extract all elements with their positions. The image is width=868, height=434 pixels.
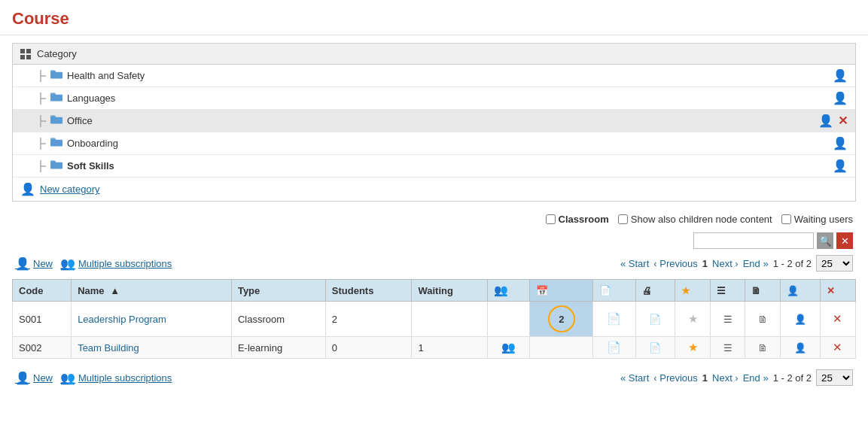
col-print: 🖨 bbox=[635, 280, 675, 302]
clear-search-button[interactable]: ✕ bbox=[836, 232, 853, 249]
cell-code-2: S002 bbox=[13, 337, 72, 359]
category-row-2[interactable]: Languages 👤 bbox=[13, 87, 855, 110]
classroom-filter[interactable]: Classroom bbox=[546, 214, 609, 225]
category-row-5[interactable]: Soft Skills 👤 bbox=[13, 155, 855, 178]
multiple-subscriptions-link-top[interactable]: 👥 Multiple subscriptions bbox=[60, 256, 172, 271]
cell-name-2[interactable]: Team Building bbox=[72, 337, 232, 359]
cell-assign-1[interactable]: 👤 bbox=[781, 302, 820, 337]
list-icon-1: ☰ bbox=[723, 314, 732, 325]
new-category-link[interactable]: New category bbox=[40, 184, 99, 195]
new-category-icon: 👤 bbox=[20, 182, 35, 196]
col-list: ☰ bbox=[711, 280, 745, 302]
page-num-bottom: 1 bbox=[702, 372, 708, 384]
col-enroll: 👥 bbox=[487, 280, 530, 302]
folder-icon-4 bbox=[50, 137, 62, 150]
cell-copy-2[interactable]: 🗎 bbox=[745, 337, 781, 359]
folder-icon bbox=[50, 69, 62, 82]
cell-enroll-2[interactable]: 👥 bbox=[487, 337, 530, 359]
cat-actions-5: 👤 bbox=[833, 159, 848, 173]
category-row-4[interactable]: Onboarding 👤 bbox=[13, 132, 855, 155]
group-icon-top: 👥 bbox=[60, 256, 75, 271]
delete-icon-1: ✕ bbox=[833, 312, 842, 325]
cell-print-1[interactable]: 📄 bbox=[635, 302, 675, 337]
cell-delete-2[interactable]: ✕ bbox=[820, 337, 855, 359]
category-name-1: Health and Safety bbox=[67, 70, 833, 81]
cell-assign-2[interactable]: 👤 bbox=[781, 337, 820, 359]
tree-indent-3 bbox=[35, 115, 46, 127]
prev-link-bottom[interactable]: ‹ Previous bbox=[653, 372, 698, 384]
cell-list-2[interactable]: ☰ bbox=[711, 337, 745, 359]
cell-star-2[interactable]: ★ bbox=[675, 337, 710, 359]
cell-pdf-2[interactable]: 📄 bbox=[593, 337, 636, 359]
delete-category-icon[interactable]: ✕ bbox=[838, 114, 848, 128]
calendar-header-icon: 📅 bbox=[536, 285, 548, 296]
cell-copy-1[interactable]: 🗎 bbox=[745, 302, 781, 337]
new-link-bottom[interactable]: 👤 New bbox=[15, 371, 53, 385]
multiple-subscriptions-link-bottom[interactable]: 👥 Multiple subscriptions bbox=[60, 371, 172, 385]
page-title: Course bbox=[0, 0, 868, 35]
print-icon-2: 📄 bbox=[649, 342, 661, 354]
cell-code-1: S001 bbox=[13, 302, 72, 337]
cell-print-2[interactable]: 📄 bbox=[635, 337, 675, 359]
new-category-row: 👤 New category bbox=[13, 178, 855, 201]
cell-name-1[interactable]: Leadership Program bbox=[72, 302, 232, 337]
assign-icon-5[interactable]: 👤 bbox=[833, 159, 848, 173]
cell-calendar-1[interactable]: 2 bbox=[530, 302, 593, 337]
search-button[interactable]: 🔍 bbox=[817, 232, 833, 249]
category-row-3[interactable]: Office 👤 ✕ bbox=[13, 110, 855, 132]
category-row[interactable]: Health and Safety 👤 bbox=[13, 65, 855, 87]
col-delete: ✕ bbox=[820, 280, 855, 302]
list-icon-2: ☰ bbox=[723, 342, 732, 354]
classroom-checkbox[interactable] bbox=[546, 214, 556, 224]
children-filter[interactable]: Show also children node content bbox=[618, 214, 772, 225]
assign-icon-2[interactable]: 👤 bbox=[833, 91, 848, 105]
delete-header-icon: ✕ bbox=[827, 285, 835, 296]
next-link-top[interactable]: Next › bbox=[712, 258, 739, 269]
cell-enroll-1[interactable] bbox=[487, 302, 530, 337]
per-page-select-bottom[interactable]: 25 50 100 bbox=[816, 369, 853, 386]
group-icon-bottom: 👥 bbox=[60, 371, 75, 385]
waiting-filter[interactable]: Waiting users bbox=[781, 214, 853, 225]
col-waiting: Waiting bbox=[412, 280, 487, 302]
end-link-top[interactable]: End » bbox=[743, 258, 769, 269]
cell-list-1[interactable]: ☰ bbox=[711, 302, 745, 337]
cell-pdf-1[interactable]: 📄 bbox=[593, 302, 636, 337]
start-link-top[interactable]: « Start bbox=[620, 258, 649, 269]
assign-icon-4[interactable]: 👤 bbox=[833, 136, 848, 150]
assign-icon-1[interactable]: 👤 bbox=[833, 68, 848, 83]
list-header-icon: ☰ bbox=[717, 285, 726, 296]
new-link-top[interactable]: 👤 New bbox=[15, 256, 53, 271]
delete-icon-2: ✕ bbox=[833, 341, 842, 354]
cat-actions-2: 👤 bbox=[833, 91, 848, 105]
cell-type-1: Classroom bbox=[231, 302, 325, 337]
search-input[interactable] bbox=[693, 232, 814, 249]
cell-delete-1[interactable]: ✕ bbox=[820, 302, 855, 337]
assign-icon-3[interactable]: 👤 bbox=[818, 114, 833, 128]
start-link-bottom[interactable]: « Start bbox=[620, 372, 649, 384]
copy-icon-2: 🗎 bbox=[758, 342, 768, 354]
end-link-bottom[interactable]: End » bbox=[743, 372, 769, 384]
tree-line-icon-4 bbox=[35, 138, 46, 150]
new-icon-bottom: 👤 bbox=[15, 371, 30, 385]
pdf-icon-1: 📄 bbox=[607, 312, 621, 325]
col-name[interactable]: Name ▲ bbox=[72, 280, 232, 302]
bottom-row: 👤 New 👥 Multiple subscriptions « Start ‹… bbox=[12, 366, 856, 389]
prev-link-top[interactable]: ‹ Previous bbox=[653, 258, 698, 269]
star-header-icon: ★ bbox=[681, 285, 690, 296]
cell-star-1[interactable]: ★ bbox=[675, 302, 710, 337]
cell-waiting-2: 1 bbox=[412, 337, 487, 359]
children-checkbox[interactable] bbox=[618, 214, 628, 224]
enroll-header-icon: 👥 bbox=[494, 284, 508, 296]
category-name-3: Office bbox=[67, 115, 818, 126]
cat-actions-3: 👤 ✕ bbox=[818, 114, 848, 128]
bottom-pagination-controls: « Start ‹ Previous 1 Next › End » 1 - 2 … bbox=[620, 369, 853, 386]
waiting-checkbox[interactable] bbox=[781, 214, 791, 224]
per-page-select-top[interactable]: 25 50 100 bbox=[816, 255, 853, 272]
category-panel: Category Health and Safety 👤 Languages bbox=[12, 43, 856, 202]
next-link-bottom[interactable]: Next › bbox=[712, 372, 739, 384]
grid-icon bbox=[20, 49, 31, 59]
tree-line-icon-2 bbox=[35, 93, 46, 105]
top-actions-left: 👤 New 👥 Multiple subscriptions bbox=[15, 256, 172, 271]
cell-calendar-2[interactable] bbox=[530, 337, 593, 359]
cat-actions-1: 👤 bbox=[833, 68, 848, 83]
